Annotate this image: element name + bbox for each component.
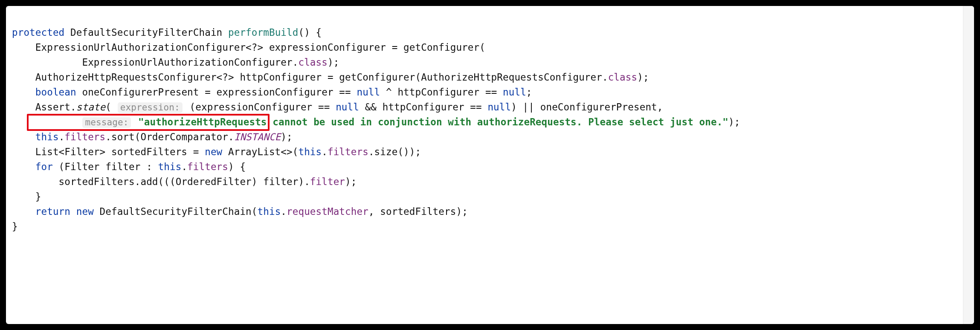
code-block: protected DefaultSecurityFilterChain per…: [12, 10, 957, 249]
code-text: );: [281, 131, 292, 142]
field-filters: filters: [187, 161, 228, 172]
field-filters: filters: [64, 131, 105, 142]
code-text: );: [328, 57, 339, 68]
code-text: }: [12, 191, 41, 202]
field-class: class: [298, 57, 328, 68]
keyword-null: null: [336, 101, 359, 113]
code-text: (: [105, 101, 111, 113]
code-text: );: [345, 176, 357, 187]
keyword-boolean: boolean: [35, 87, 76, 98]
method-name: performBuild: [228, 27, 298, 38]
constant-instance: INSTANCE: [234, 131, 281, 142]
code-text: ^ httpConfigurer ==: [380, 87, 503, 98]
code-text: .: [181, 161, 187, 172]
keyword-null: null: [503, 87, 526, 98]
code-text: );: [637, 72, 649, 83]
keyword-this: this: [258, 206, 281, 217]
code-text: Assert.: [12, 101, 76, 113]
code-line: }: [12, 191, 41, 202]
vertical-scrollbar[interactable]: [963, 6, 974, 324]
code-line: Assert.state( expression: (expressionCon…: [12, 101, 663, 113]
param-hint-expression: expression:: [118, 102, 183, 113]
code-text: }: [12, 221, 18, 232]
code-line: for (Filter filter : this.filters) {: [12, 161, 246, 172]
code-line: ExpressionUrlAuthorizationConfigurer.cla…: [12, 57, 339, 68]
code-text: List<Filter> sortedFilters =: [12, 146, 205, 157]
code-line: sortedFilters.add(((OrderedFilter) filte…: [12, 176, 357, 187]
code-line: boolean oneConfigurerPresent = expressio…: [12, 87, 532, 98]
code-text: .size());: [368, 146, 421, 157]
code-text: [12, 116, 82, 127]
code-text: , sortedFilters);: [368, 206, 468, 217]
code-text: .: [281, 206, 287, 217]
keyword-for: for: [35, 161, 53, 172]
keyword-new: new: [205, 146, 222, 157]
field-filters: filters: [328, 146, 368, 157]
code-text: ArrayList<>(: [222, 146, 298, 157]
param-hint-message: message:: [82, 117, 131, 128]
code-line: }: [12, 221, 18, 232]
keyword-null: null: [357, 87, 380, 98]
code-text: ExpressionUrlAuthorizationConfigurer.: [12, 57, 298, 68]
code-text: && httpConfigurer ==: [359, 101, 487, 113]
code-text: (expressionConfigurer ==: [184, 101, 336, 113]
keyword-this: this: [298, 146, 322, 157]
code-line: this.filters.sort(OrderComparator.INSTAN…: [12, 131, 293, 142]
code-text: sortedFilters.add(((OrderedFilter) filte…: [12, 176, 310, 187]
field-requestmatcher: requestMatcher: [287, 206, 368, 217]
keyword-this: this: [158, 161, 182, 172]
code-text: oneConfigurerPresent = expressionConfigu…: [76, 87, 357, 98]
code-text: [132, 116, 138, 127]
code-text: ) {: [228, 161, 246, 172]
code-line: List<Filter> sortedFilters = new ArrayLi…: [12, 146, 421, 157]
field-filter: filter: [310, 176, 345, 187]
keyword-return: return: [35, 206, 70, 217]
code-text: );: [728, 116, 740, 127]
keyword-null: null: [487, 101, 511, 113]
method-state: state: [76, 101, 106, 113]
keyword-new: new: [76, 206, 94, 217]
field-class: class: [608, 72, 638, 83]
keyword-protected: protected: [12, 27, 64, 38]
code-text: ;: [526, 87, 532, 98]
code-text: ExpressionUrlAuthorizationConfigurer<?> …: [12, 42, 485, 53]
code-text: AuthorizeHttpRequestsConfigurer<?> httpC…: [12, 72, 608, 83]
code-line: AuthorizeHttpRequestsConfigurer<?> httpC…: [12, 72, 649, 83]
code-text: ) || oneConfigurerPresent,: [511, 101, 663, 113]
string-literal: "authorizeHttpRequests cannot be used in…: [138, 116, 728, 127]
code-line: protected DefaultSecurityFilterChain per…: [12, 27, 322, 38]
code-text: DefaultSecurityFilterChain(: [94, 206, 258, 217]
code-line: message: "authorizeHttpRequests cannot b…: [12, 116, 740, 127]
code-text: () {: [298, 27, 322, 38]
code-editor-frame: protected DefaultSecurityFilterChain per…: [6, 6, 974, 324]
code-line: ExpressionUrlAuthorizationConfigurer<?> …: [12, 42, 485, 53]
code-line: return new DefaultSecurityFilterChain(th…: [12, 206, 468, 217]
code-text: .: [59, 131, 65, 142]
return-type: DefaultSecurityFilterChain: [70, 27, 222, 38]
code-text: .: [322, 146, 328, 157]
code-text: (Filter filter :: [53, 161, 158, 172]
keyword-this: this: [35, 131, 59, 142]
code-text: .sort(OrderComparator.: [105, 131, 234, 142]
